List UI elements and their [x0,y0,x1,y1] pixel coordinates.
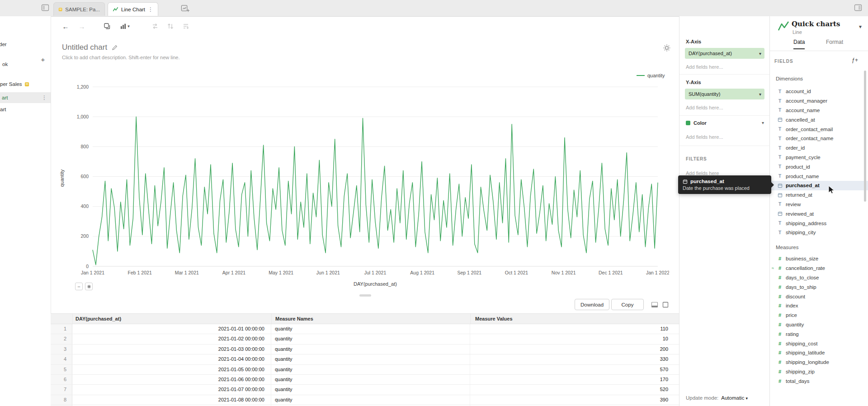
tab-line-chart[interactable]: Line Chart ⋮ [108,2,158,16]
sort-arrows-icon [167,23,174,30]
update-mode-select[interactable]: Automatic ▾ [721,395,748,401]
collapse-sidebar-button[interactable] [41,3,50,12]
tooltip-header: purchased_at [683,179,767,184]
chart-options-button[interactable] [85,283,93,290]
tab-format[interactable]: Format [826,39,843,48]
download-button[interactable]: Download [575,299,609,310]
field-label: shipping_address [786,221,826,226]
field-item-purchased_at[interactable]: purchased_at [770,181,868,190]
measure-name-cell: quantity [271,365,470,374]
field-item-rating[interactable]: #rating [770,329,868,339]
collapse-results-button[interactable] [650,301,659,309]
swap-axes-button[interactable] [149,20,161,32]
field-item-account_name[interactable]: Taccount_name [770,106,868,115]
field-item-order_contact_email[interactable]: Torder_contact_email [770,124,868,134]
field-item-account_manager[interactable]: Taccount_manager [770,96,868,106]
calendar-icon [683,179,688,184]
x-tick-label: Nov 1 2021 [552,270,576,275]
chevron-down-icon: ▾ [127,24,130,28]
chart-title[interactable]: Untitled chart [62,43,107,52]
field-item-discount[interactable]: #discount [770,292,868,301]
chart-zoom-out-button[interactable]: − [75,283,83,290]
text-type-icon: T [777,127,783,132]
sidebar-item-chart-active[interactable]: art ⋮ [0,92,51,103]
field-item-business_size[interactable]: #business_size [770,254,868,264]
date-cell: 2021-01-04 00:00:00 [72,354,271,364]
field-item-order_contact_name[interactable]: Torder_contact_name [770,134,868,143]
chart-description-placeholder[interactable]: Click to add chart description. Shift-en… [62,55,179,60]
tooltip-title: purchased_at [690,179,724,184]
filters-section-title: FILTERS [686,156,707,161]
field-item-price[interactable]: #price [770,311,868,320]
field-item-shipping_zip[interactable]: #shipping_zip [770,367,868,377]
field-item-shipping_city[interactable]: Tshipping_city [770,228,868,237]
measure-value-cell: 570 [470,365,679,374]
sidebar-item-super-sales[interactable]: per Sales [0,81,29,87]
field-label: days_to_ship [786,284,816,290]
table-row: 42021-01-04 00:00:00quantity330 [51,354,679,364]
expand-right-panel-button[interactable] [854,3,863,12]
tab-label: Line Chart [121,7,145,12]
sidebar-add-button[interactable]: + [39,55,47,63]
field-item-product_name[interactable]: Tproduct_name [770,171,868,181]
y-axis-field-pill[interactable]: SUM(quantity) ▾ [685,89,764,99]
sort-ascending-button[interactable] [165,20,176,32]
field-item-review[interactable]: Treview [770,200,868,209]
color-drop-zone[interactable]: Add fields here... [686,134,723,140]
duplicate-cell-button[interactable] [101,20,113,32]
field-item-returned_at[interactable]: returned_at [770,190,868,200]
sort-descending-button[interactable] [180,20,192,32]
color-section-header[interactable]: Color [686,120,707,126]
chart-resize-handle[interactable] [359,294,371,297]
field-item-reviewed_at[interactable]: reviewed_at [770,209,868,218]
x-axis-drop-zone[interactable]: Add fields here... [686,64,723,70]
add-calculated-field-button[interactable]: ƒ+ [852,57,858,63]
y-axis-drop-zone[interactable]: Add fields here... [686,105,723,110]
number-type-icon: # [777,312,783,318]
new-chart-tab-button[interactable] [181,4,190,13]
field-item-quantity[interactable]: #quantity [770,320,868,330]
sidebar-item-folder[interactable]: der [0,42,7,47]
field-item-total_days[interactable]: #total_days [770,376,868,386]
sidebar-item-notebook[interactable]: ok [2,61,8,67]
expand-results-button[interactable] [661,301,670,309]
bar-chart-icon [120,23,127,30]
field-item-cancellation_rate[interactable]: ≈#cancellation_rate [770,264,868,273]
field-item-shipping_longitude[interactable]: #shipping_longitude [770,358,868,367]
field-label: shipping_city [786,230,816,235]
chart-type-button[interactable]: ▾ [116,20,134,32]
forward-button[interactable]: → [76,20,88,32]
field-item-order_id[interactable]: Torder_id [770,143,868,153]
field-item-shipping_latitude[interactable]: #shipping_latitude [770,348,868,358]
field-item-payment_cycle[interactable]: Tpayment_cycle [770,153,868,162]
x-tick-label: Feb 1 2021 [128,270,152,275]
chart-canvas[interactable]: 02004006008001,0001,200Jan 1 2021Feb 1 2… [54,68,669,289]
results-table-body: 12021-01-01 00:00:00quantity11022021-01-… [51,324,679,406]
sidebar-item-chart[interactable]: art [0,107,6,112]
edit-pencil-icon[interactable] [112,45,118,51]
field-item-product_id[interactable]: Tproduct_id [770,162,868,171]
field-item-shipping_cost[interactable]: #shipping_cost [770,339,868,348]
tab-sample-notebook[interactable]: SAMPLE: Pa... [53,2,105,16]
chevron-down-icon[interactable]: ▾ [762,120,764,125]
fields-scrollbar[interactable] [864,71,866,202]
tab-menu-icon[interactable]: ⋮ [148,6,153,13]
y-tick-label: 200 [80,233,89,239]
calendar-icon [777,211,783,216]
field-item-index[interactable]: #index [770,301,868,311]
measure-name-cell: quantity [271,345,470,354]
field-item-account_id[interactable]: Taccount_id [770,87,868,96]
copy-button[interactable]: Copy [611,299,644,310]
back-button[interactable]: ← [60,20,71,32]
chevron-down-icon[interactable]: ▾ [859,24,862,30]
chart-settings-button[interactable] [662,43,672,53]
field-item-cancelled_at[interactable]: cancelled_at [770,115,868,124]
field-label: shipping_cost [786,341,817,346]
sidebar-item-menu-icon[interactable]: ⋮ [42,94,47,101]
field-item-days_to_close[interactable]: #days_to_close [770,273,868,283]
duplicate-icon [104,23,111,30]
x-axis-field-pill[interactable]: DAY(purchased_at) ▾ [685,48,764,59]
field-item-shipping_address[interactable]: Tshipping_address [770,218,868,228]
tab-data[interactable]: Data [793,39,805,49]
field-item-days_to_ship[interactable]: #days_to_ship [770,282,868,292]
